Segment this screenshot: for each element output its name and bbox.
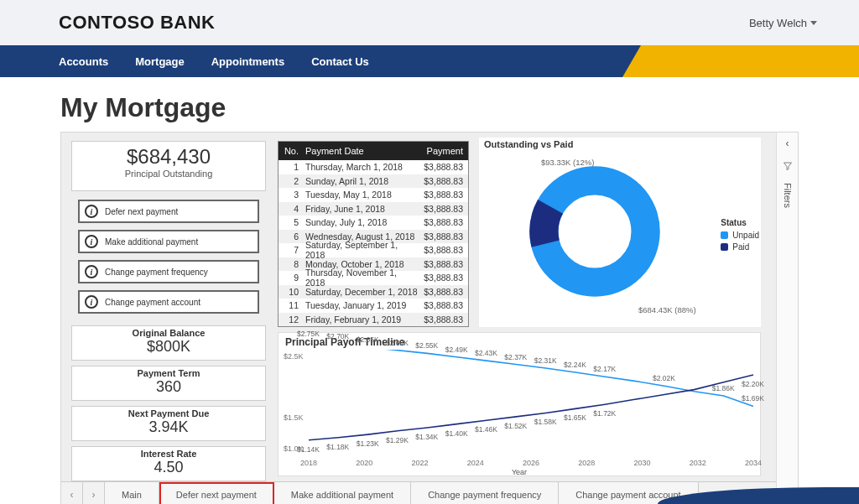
cell-amount: $3,888.83	[418, 245, 468, 255]
tab-change-payment-frequency[interactable]: Change payment frequency	[411, 482, 559, 504]
principal-outstanding-card: $684,430 Principal Outstanding	[71, 141, 266, 191]
swatch-icon	[721, 243, 728, 251]
data-label: $2.75K	[297, 330, 320, 338]
stat-value: 4.50	[72, 459, 265, 476]
tab-defer-next-payment[interactable]: Defer next payment	[159, 482, 274, 504]
legend-label: Unpaid	[732, 231, 759, 240]
change-payment-frequency-button[interactable]: i Change payment frequency	[78, 260, 259, 283]
table-row[interactable]: 4Friday, June 1, 2018$3,888.83	[279, 202, 468, 216]
x-tick: 2020	[356, 459, 372, 467]
cell-date: Thursday, March 1, 2018	[302, 162, 418, 172]
chart-title: Principal Payoff Timeline	[279, 333, 760, 351]
defer-next-payment-button[interactable]: i Defer next payment	[78, 200, 259, 223]
info-icon: i	[85, 265, 98, 278]
cell-amount: $3,888.83	[418, 287, 468, 297]
x-tick: 2030	[634, 459, 651, 467]
data-label: $1.29K	[386, 436, 409, 444]
data-label: $2.49K	[445, 346, 468, 354]
user-name: Betty Welch	[749, 17, 807, 29]
data-label: $1.65K	[564, 413, 586, 422]
x-tick: 2034	[745, 459, 762, 467]
table-row[interactable]: 10Saturday, December 1, 2018$3,888.83	[279, 285, 468, 299]
interest-rate-card: Interest Rate 4.50	[71, 446, 266, 481]
cell-no: 9	[279, 273, 302, 283]
data-label: $2.24K	[564, 361, 586, 369]
option-label: Defer next payment	[105, 207, 178, 216]
tab-prev-button[interactable]: ‹	[61, 482, 83, 504]
brand-logo: CONTOSO BANK	[59, 12, 216, 34]
cell-no: 6	[279, 231, 302, 242]
tab-next-button[interactable]: ›	[83, 482, 105, 504]
col-date: Payment Date	[302, 146, 418, 156]
original-balance-card: Original Balance $800K	[71, 325, 266, 361]
cell-no: 11	[279, 300, 302, 310]
x-tick: 2032	[690, 459, 706, 467]
cell-amount: $3,888.83	[418, 162, 468, 172]
data-label: $1.18K	[326, 443, 349, 451]
page-title: My Mortgage	[0, 77, 859, 132]
make-additional-payment-button[interactable]: i Make additional payment	[78, 230, 259, 253]
cell-date: Saturday, September 1, 2018	[302, 240, 418, 260]
filters-label: Filters	[783, 183, 793, 208]
tab-main[interactable]: Main	[105, 482, 159, 504]
x-tick: 2028	[578, 459, 595, 467]
table-row[interactable]: 11Tuesday, January 1, 2019$3,888.83	[279, 299, 468, 313]
table-row[interactable]: 1Thursday, March 1, 2018$3,888.83	[279, 160, 468, 174]
table-row[interactable]: 3Tuesday, May 1, 2018$3,888.83	[279, 188, 468, 202]
data-label: $1.69K	[742, 394, 764, 403]
nav-mortgage[interactable]: Mortgage	[135, 55, 185, 68]
legend-item: Paid	[721, 242, 759, 252]
payment-schedule-table[interactable]: No. Payment Date Payment 1Thursday, Marc…	[278, 141, 469, 327]
cell-amount: $3,888.83	[418, 273, 468, 283]
y-tick: $1.5K	[284, 413, 304, 422]
principal-payoff-timeline-chart[interactable]: Principal Payoff Timeline Year $2.5K$1.5…	[278, 332, 761, 476]
nav-accounts[interactable]: Accounts	[59, 55, 108, 68]
top-banner: CONTOSO BANK Betty Welch	[0, 0, 859, 45]
tab-make-additional-payment[interactable]: Make additional payment	[274, 482, 411, 504]
cell-date: Sunday, July 1, 2018	[302, 217, 418, 227]
cell-date: Friday, February 1, 2019	[302, 314, 418, 325]
table-row[interactable]: 7Saturday, September 1, 2018$3,888.83	[279, 243, 468, 257]
cell-no: 7	[279, 245, 302, 255]
funnel-icon	[783, 161, 793, 171]
option-label: Make additional payment	[105, 237, 198, 247]
payment-term-card: Payment Term 360	[71, 366, 266, 401]
data-label: $2.70K	[326, 332, 349, 340]
line-chart-svg	[279, 350, 762, 475]
option-label: Change payment frequency	[105, 268, 208, 277]
x-axis-label: Year	[512, 468, 527, 476]
cell-amount: $3,888.83	[418, 259, 468, 269]
table-row[interactable]: 9Thursday, November 1, 2018$3,888.83	[279, 271, 468, 285]
donut-unpaid-label: $684.43K (88%)	[638, 305, 696, 314]
cell-no: 3	[279, 190, 302, 200]
cell-amount: $3,888.83	[418, 314, 468, 325]
table-row[interactable]: 12Friday, February 1, 2019$3,888.83	[279, 313, 468, 327]
report-embed: $684,430 Principal Outstanding i Defer n…	[60, 132, 799, 504]
svg-point-0	[544, 180, 645, 282]
user-menu[interactable]: Betty Welch	[749, 17, 817, 29]
data-label: $1.46K	[475, 425, 497, 434]
cell-no: 2	[279, 176, 302, 186]
info-icon: i	[85, 295, 98, 309]
cell-no: 4	[279, 204, 302, 214]
chart-title: Outstanding vs Paid	[479, 138, 761, 151]
donut-svg	[528, 164, 662, 299]
table-row[interactable]: 2Sunday, April 1, 2018$3,888.83	[279, 174, 468, 189]
table-row[interactable]: 5Sunday, July 1, 2018$3,888.83	[279, 216, 468, 230]
outstanding-vs-paid-chart[interactable]: Outstanding vs Paid $93.33K (12%) $684.4…	[479, 138, 761, 327]
cell-amount: $3,888.83	[418, 300, 468, 310]
option-buttons: i Defer next payment i Make additional p…	[78, 200, 259, 320]
change-payment-account-button[interactable]: i Change payment account	[78, 290, 259, 314]
legend-title: Status	[721, 218, 759, 227]
cell-date: Tuesday, January 1, 2019	[302, 300, 418, 310]
data-label: $1.86K	[712, 384, 735, 392]
stat-label: Interest Rate	[72, 447, 265, 459]
chevron-down-icon	[810, 21, 817, 25]
nav-contact[interactable]: Contact Us	[311, 55, 369, 68]
data-label: $2.37K	[504, 353, 527, 361]
filters-pane[interactable]: ‹ Filters	[776, 132, 798, 504]
data-label: $1.23K	[357, 439, 379, 448]
chevron-left-icon[interactable]: ‹	[786, 138, 789, 149]
nav-appointments[interactable]: Appointments	[211, 55, 284, 68]
option-label: Change payment account	[105, 298, 200, 307]
